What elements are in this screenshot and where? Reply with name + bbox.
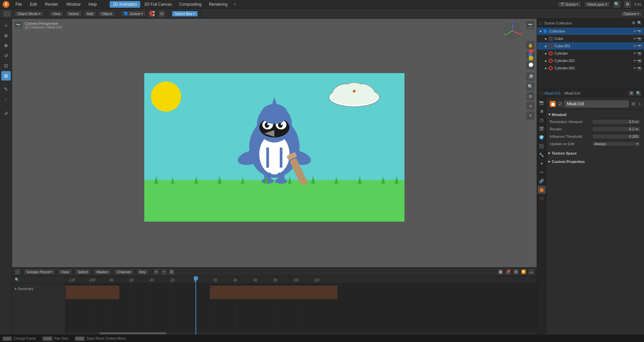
gp-channel-btn[interactable]: Channel	[114, 269, 134, 275]
texture-space-header[interactable]: ▸ Texture Space	[548, 150, 642, 157]
view-zoom-in[interactable]: 🔎	[526, 72, 535, 81]
props-tab-view-layer[interactable]: ◳	[538, 116, 546, 124]
axis-gizmo[interactable]: Z X Y	[502, 21, 523, 42]
props-tab-object[interactable]: ⬛	[538, 142, 546, 150]
vis-render-icon[interactable]: 📷	[637, 30, 641, 33]
playback-editor-icon[interactable]: ⬚	[3, 336, 8, 341]
menu-window[interactable]: Window	[64, 1, 83, 7]
scale-tool-btn[interactable]: ⊡	[1, 61, 11, 70]
cube-vis-icon[interactable]: 👁	[633, 37, 637, 41]
jump-to-start-btn[interactable]: ⏮	[311, 335, 318, 342]
cyl-render-icon[interactable]: 📷	[637, 52, 641, 55]
gp-frame-btn[interactable]: ⊡	[168, 269, 175, 275]
add-menu-btn[interactable]: Add	[84, 11, 97, 17]
outliner-scene-collection[interactable]: ▾ 🔵 Collection 👁 📷	[537, 27, 644, 35]
view-menu-btn[interactable]: View	[49, 11, 63, 17]
props-tab-data[interactable]: ⬤	[538, 186, 546, 194]
viewport[interactable]: 📷 Camera Perspective (0) Collection | Mb…	[12, 19, 537, 276]
gp-search-btn[interactable]: —	[528, 269, 535, 275]
props-tab-render[interactable]: 📷	[538, 99, 546, 107]
move-tool-btn[interactable]: ✥	[1, 41, 11, 50]
next-keyframe-btn[interactable]: ▶	[342, 335, 348, 342]
playback-btn[interactable]: Playback ▾	[9, 335, 33, 341]
cube001-vis-icon[interactable]: 👁	[633, 44, 637, 48]
workspace-compositing[interactable]: Compositing	[176, 1, 205, 8]
menu-file[interactable]: File	[13, 1, 24, 7]
update-on-edit-dropdown[interactable]: Always ▾	[592, 141, 641, 147]
view-frame[interactable]: ⊟	[526, 92, 535, 101]
props-tab-physics[interactable]: 〜	[538, 168, 546, 176]
gp-normalize-btn[interactable]: ⊞	[513, 269, 519, 275]
gp-pin-btn[interactable]: 📌	[505, 269, 512, 275]
workspace-add-btn[interactable]: +	[231, 2, 238, 7]
end-frame-input[interactable]	[628, 336, 641, 341]
props-tab-modifier[interactable]: 🔧	[538, 151, 546, 159]
cyl002-render-icon[interactable]: 📷	[637, 66, 641, 70]
gp-add-btn[interactable]: +	[153, 269, 160, 275]
next-frame-btn[interactable]: ⏩	[350, 335, 356, 342]
fake-user-btn[interactable]: F	[631, 102, 637, 107]
object-name-checkbox[interactable]: ✓	[558, 102, 562, 106]
current-frame-input[interactable]	[579, 336, 592, 341]
view-zoom-out[interactable]: 🔍	[526, 82, 535, 91]
playhead[interactable]	[196, 276, 196, 283]
cyl001-vis-icon[interactable]: 👁	[633, 59, 637, 63]
outliner-item-cylinder001[interactable]: ▸ ⭕ Cylinder.001 👁 📷	[537, 57, 644, 64]
select-box-btn[interactable]: Select Box ▾	[172, 11, 198, 17]
metaball-header[interactable]: ▾ Metaball	[548, 111, 642, 118]
transform-orientation-btn[interactable]: 🔵 Global ▾	[121, 10, 146, 17]
menu-help[interactable]: Help	[87, 1, 99, 7]
menu-edit[interactable]: Edit	[28, 1, 39, 7]
annotate-line-btn[interactable]: ⟋	[1, 95, 11, 104]
color-dot-white[interactable]	[529, 62, 533, 67]
prev-frame-btn[interactable]: ⏪	[319, 335, 325, 342]
gp-filter2-btn[interactable]: 🔽	[520, 269, 527, 275]
cursor-tool-btn[interactable]: ⊕	[1, 31, 11, 40]
annotate-tool-btn[interactable]: ✎	[1, 84, 11, 94]
scene-selector[interactable]: 🎬 Scene ▾	[557, 1, 581, 7]
outliner-search-icon[interactable]: 🔍	[637, 21, 642, 25]
color-dot-red[interactable]	[529, 49, 533, 54]
proportional-edit-btn[interactable]: ⊙	[158, 10, 166, 18]
playback-view-btn[interactable]: View	[56, 335, 70, 341]
playback-marker-btn[interactable]: Marker	[71, 335, 89, 341]
snap-btn[interactable]: 🧲	[148, 10, 156, 18]
props-tab-material[interactable]: ⬡	[538, 194, 546, 203]
gp-minus-btn[interactable]: −	[161, 269, 167, 275]
outliner-item-cylinder002[interactable]: ▸ ⭕ Cylinder.002 👁 📷	[537, 64, 644, 72]
render-value[interactable]: 0.2 m	[592, 126, 641, 132]
gp-selector[interactable]: Grease Pencil ▾	[23, 269, 55, 275]
view-camera-gizmo[interactable]: 📷	[526, 21, 535, 30]
props-tab-constraints[interactable]: 🔗	[538, 177, 546, 185]
settings-btn[interactable]: ⚙	[624, 0, 632, 8]
record-btn[interactable]: ⏺	[303, 335, 310, 342]
gp-editor-type[interactable]: ⬚	[14, 269, 21, 275]
props-tab-output[interactable]: 🖥	[538, 107, 546, 115]
resolution-viewport-value[interactable]: 0.5 m	[592, 119, 641, 124]
viewlayer-selector[interactable]: ViewLayer ▾	[584, 1, 610, 7]
select-tool-btn[interactable]: ⊹	[1, 21, 11, 30]
cube-render-icon[interactable]: 📷	[637, 37, 641, 41]
scrollbar-thumb[interactable]	[99, 332, 166, 334]
prev-keyframe-btn[interactable]: ◀	[326, 335, 333, 342]
cube001-render-icon[interactable]: 📷	[637, 44, 641, 48]
custom-props-header[interactable]: ▸ Custom Properties	[548, 158, 642, 165]
keying-btn[interactable]: Keying ▾	[35, 335, 55, 341]
cyl001-render-icon[interactable]: 📷	[637, 59, 641, 63]
object-menu-btn[interactable]: Object	[98, 11, 115, 17]
view-local[interactable]: ⊙	[526, 102, 535, 110]
prop-path-2[interactable]: Mball.016	[564, 91, 580, 95]
props-filter-btn[interactable]: ⚙	[628, 90, 634, 96]
search-btn[interactable]: 🔍	[613, 0, 621, 8]
workspace-rendering[interactable]: Rendering	[206, 1, 231, 8]
options-btn[interactable]: Options ▾	[621, 11, 642, 17]
prop-path-1[interactable]: Mball.016	[544, 91, 560, 95]
cyl-vis-icon[interactable]: 👁	[633, 52, 637, 55]
props-tab-particles[interactable]: ✦	[538, 160, 546, 168]
cyl002-vis-icon[interactable]: 👁	[633, 66, 637, 70]
view-lock-gizmo[interactable]: 🔒	[526, 41, 535, 50]
select-menu-btn[interactable]: Select	[65, 11, 82, 17]
gp-filter-btn[interactable]: ▦	[497, 269, 504, 275]
props-search-btn[interactable]: 🔍	[635, 90, 641, 96]
timeline-search[interactable]	[21, 278, 63, 282]
